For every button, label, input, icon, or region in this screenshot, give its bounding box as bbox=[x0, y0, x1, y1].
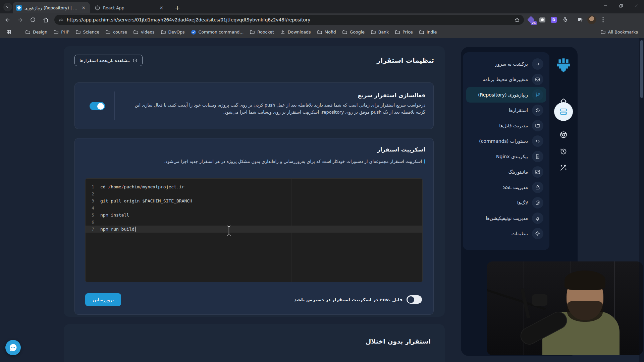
nav-commands[interactable]: دستورات (commands) bbox=[466, 133, 546, 149]
nav-ssl[interactable]: مدیریت SSL bbox=[466, 180, 546, 195]
forward-button[interactable] bbox=[15, 14, 25, 25]
code-line[interactable]: 3git pull origin $PACHIM_SITE_BRANCH bbox=[86, 197, 422, 204]
code-line-active[interactable]: 7npm run build bbox=[86, 226, 422, 233]
media-controls-button[interactable] bbox=[576, 15, 585, 24]
history-icon bbox=[132, 58, 138, 63]
tab-close-icon[interactable]: × bbox=[80, 5, 87, 11]
all-bookmarks-button[interactable]: All Bookmarks bbox=[600, 29, 638, 35]
toolbar-divider bbox=[573, 17, 573, 23]
home-button[interactable] bbox=[40, 14, 51, 25]
bell-icon bbox=[532, 213, 543, 224]
nav-repository[interactable]: ریپازیتوری (Repository) bbox=[466, 87, 546, 103]
folder-icon bbox=[342, 29, 347, 35]
code-line[interactable]: 6 bbox=[86, 219, 422, 226]
bookmark-folder-mofid[interactable]: Mofid bbox=[317, 29, 336, 35]
git-branch-icon bbox=[532, 89, 543, 101]
text-caret bbox=[135, 227, 136, 232]
address-bar[interactable]: https://app.pachim.sh/servers/01jtd1mayh… bbox=[54, 15, 524, 25]
apps-grid-icon bbox=[6, 29, 11, 35]
quick-deploy-toggle[interactable] bbox=[90, 102, 105, 110]
extension-badge: 26 bbox=[531, 21, 537, 25]
live-chat-button[interactable] bbox=[5, 340, 21, 355]
page-title: تنظیمات استقرار bbox=[377, 56, 434, 64]
folder-icon bbox=[532, 120, 543, 131]
zero-downtime-section: استقرار بدون اختلال bbox=[64, 324, 445, 362]
folder-icon bbox=[161, 29, 166, 35]
bookmark-folder-google[interactable]: Google bbox=[342, 29, 365, 35]
bookmark-folder-course[interactable]: course bbox=[105, 29, 127, 35]
toggle-knob bbox=[408, 296, 414, 303]
rail-assistant-button[interactable] bbox=[557, 161, 570, 174]
bookmark-folder-devops[interactable]: DevOps bbox=[161, 29, 185, 35]
nav-env-variables[interactable]: متغییرهای محیط برنامه bbox=[466, 72, 546, 87]
folder-icon bbox=[317, 29, 322, 35]
scrollbar-thumb[interactable] bbox=[640, 40, 643, 98]
deploy-script-card: اسکریپت استقرار اسکریپت استقرار مجموعه‌ا… bbox=[74, 138, 434, 315]
browser-menu-button[interactable] bbox=[599, 15, 607, 24]
deploy-script-title: اسکریپت استقرار bbox=[377, 146, 425, 153]
bookmark-downloads[interactable]: Downloads bbox=[280, 29, 311, 35]
download-icon bbox=[280, 29, 285, 35]
site-controls-icon[interactable] bbox=[58, 17, 63, 22]
capture-extension-icon[interactable] bbox=[538, 15, 547, 24]
back-button[interactable] bbox=[2, 14, 13, 25]
tab-search-button[interactable] bbox=[3, 3, 12, 11]
rail-browser-button[interactable] bbox=[557, 128, 570, 141]
new-tab-button[interactable]: + bbox=[173, 3, 182, 12]
bookmark-folder-php[interactable]: PHP bbox=[53, 29, 69, 35]
bookmark-folder-videos[interactable]: videos bbox=[133, 29, 155, 35]
nav-file-manager[interactable]: مدیریت فایل‌ها bbox=[466, 118, 546, 133]
bookmark-folder-roocket[interactable]: Roocket bbox=[250, 29, 274, 35]
nav-monitoring[interactable]: مانیتورینگ bbox=[466, 164, 546, 180]
quick-deploy-title: فعالسازی استقرار سریع bbox=[128, 92, 425, 99]
nav-settings[interactable]: تنظیمات bbox=[466, 226, 546, 241]
code-line[interactable]: 4 bbox=[86, 204, 422, 212]
nav-deployments[interactable]: استقرارها bbox=[466, 103, 546, 118]
url-text[interactable]: https://app.pachim.sh/servers/01jtd1mayh… bbox=[67, 17, 511, 22]
scrollbar-track[interactable] bbox=[639, 38, 644, 362]
folder-icon bbox=[250, 29, 255, 35]
close-button[interactable] bbox=[629, 0, 644, 11]
bookmark-folder-indie[interactable]: Indie bbox=[419, 29, 437, 35]
nav-back-to-server[interactable]: برگشت به سرور bbox=[466, 56, 546, 72]
reload-button[interactable] bbox=[28, 14, 38, 25]
bookmark-folder-price[interactable]: Price bbox=[395, 29, 413, 35]
chat-bubble-icon bbox=[8, 343, 18, 352]
arrow-right-icon bbox=[532, 58, 543, 70]
update-button[interactable]: بروزرسانی bbox=[85, 293, 121, 306]
deploy-history-button[interactable]: مشاهده تاریخچه استقرارها bbox=[74, 55, 143, 66]
d-extension-icon[interactable]: D bbox=[549, 15, 558, 24]
nav-notifications[interactable]: مدیریت نوتیفیکیشن‌ها bbox=[466, 210, 546, 226]
bookmark-star-icon[interactable] bbox=[514, 17, 520, 23]
tab-react-app[interactable]: React App × bbox=[91, 2, 168, 13]
extension-icon[interactable]: 26 bbox=[527, 15, 535, 24]
bookmark-folder-science[interactable]: Science bbox=[75, 29, 99, 35]
profile-avatar bbox=[587, 15, 596, 24]
minimize-button[interactable] bbox=[598, 0, 613, 11]
tab-close-icon[interactable]: × bbox=[158, 5, 164, 11]
rail-history-button[interactable] bbox=[557, 145, 570, 158]
env-file-toggle[interactable] bbox=[407, 295, 422, 304]
code-line[interactable]: 2 bbox=[86, 190, 422, 197]
tab-repository[interactable]: ریپازیتوری (Repository) | پچیم مد... × bbox=[13, 2, 90, 13]
servers-icon bbox=[559, 107, 568, 116]
nav-nginx-config[interactable]: پیکربندی Nginx bbox=[466, 149, 546, 164]
extensions-menu-button[interactable] bbox=[561, 15, 570, 24]
code-line[interactable]: 1cd /home/pachim/mynextproject.ir bbox=[86, 183, 422, 190]
bookmark-common-commands[interactable]: Common command... bbox=[191, 29, 244, 35]
bookmark-folder-bank[interactable]: Bank bbox=[371, 29, 389, 35]
tab-strip: ریپازیتوری (Repository) | پچیم مد... × R… bbox=[0, 0, 644, 13]
folder-icon bbox=[25, 29, 31, 35]
bookmark-folder-design[interactable]: Design bbox=[25, 29, 47, 35]
profile-button[interactable] bbox=[587, 15, 596, 24]
deploy-script-editor[interactable]: 1cd /home/pachim/mynextproject.ir 2 3git… bbox=[85, 178, 423, 282]
tab-title: ریپازیتوری (Repository) | پچیم مد... bbox=[24, 5, 78, 10]
puzzle-icon bbox=[562, 17, 568, 23]
rail-servers-button[interactable] bbox=[554, 102, 573, 121]
code-line[interactable]: 5npm install bbox=[86, 212, 422, 219]
ibeam-cursor-icon bbox=[226, 225, 231, 236]
nav-logs[interactable]: لاگ‌ها bbox=[466, 195, 546, 210]
restore-button[interactable] bbox=[613, 0, 629, 11]
apps-grid-button[interactable] bbox=[3, 27, 14, 38]
quick-deploy-card: فعالسازی استقرار سریع درخواست سریع استقر… bbox=[74, 82, 434, 129]
